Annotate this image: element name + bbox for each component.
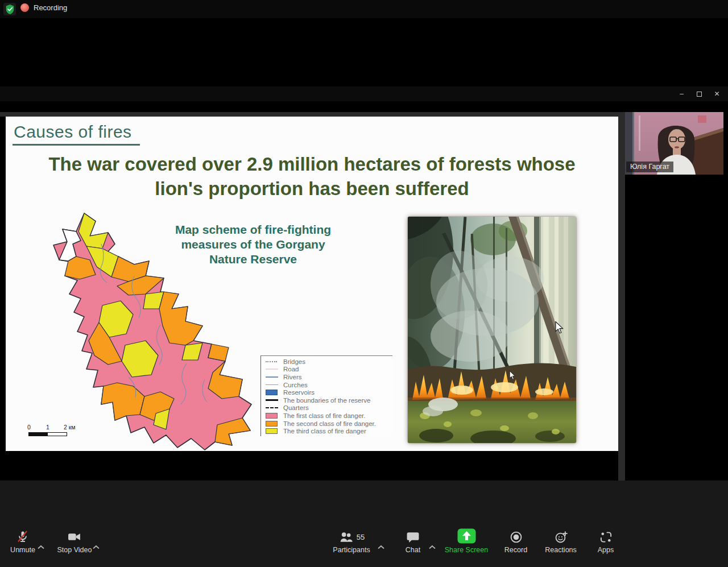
- boundaries-symbol-icon: [266, 399, 278, 401]
- fire-class-3-symbol-icon: [266, 428, 278, 434]
- participant-name: Юлія Гаргат: [626, 162, 673, 172]
- os-top-bar: Recording: [0, 0, 728, 18]
- window-controls: – ✕: [673, 86, 726, 101]
- scale-label-2: 2 км: [64, 424, 76, 431]
- forest-fire-photo: [408, 217, 576, 443]
- reactions-label: Reactions: [545, 546, 577, 554]
- legend-row-quarters: Quarters: [266, 404, 392, 412]
- fire-class-1-symbol-icon: [266, 413, 278, 419]
- legend-row-fire-class-1: The first class of fire danger.: [266, 412, 392, 420]
- chat-button[interactable]: Chat: [396, 529, 430, 554]
- record-label: Record: [504, 546, 527, 554]
- road-symbol-icon: [266, 369, 278, 370]
- window-titlebar: [0, 86, 728, 101]
- participants-count: 55: [357, 533, 365, 541]
- participants-button[interactable]: 55 Participants: [325, 529, 378, 554]
- apps-icon: [599, 529, 613, 544]
- legend-row-boundaries: The boundaries of the reserve: [266, 396, 392, 404]
- close-button[interactable]: ✕: [708, 86, 726, 101]
- fire-class-2-symbol-icon: [266, 421, 278, 427]
- recording-label: Recording: [34, 3, 67, 12]
- reservoirs-symbol-icon: [266, 390, 278, 395]
- chat-label: Chat: [406, 546, 420, 554]
- meeting-toolbar: Unmute Stop Video 55 Participants: [0, 529, 728, 567]
- unmute-label: Unmute: [10, 546, 35, 554]
- participants-label: Participants: [333, 546, 370, 554]
- share-area-top-strip: [0, 112, 625, 117]
- recording-indicator: Recording: [20, 3, 67, 12]
- stop-video-label: Stop Video: [57, 546, 92, 554]
- recording-dot-icon: [20, 3, 29, 12]
- slide-heading: The war covered over 2.9 million hectare…: [6, 152, 618, 201]
- slide-heading-line1: The war covered over 2.9 million hectare…: [6, 152, 618, 176]
- bridges-symbol-icon: [266, 361, 277, 362]
- scale-track: [28, 432, 67, 436]
- participants-icon: [338, 530, 354, 544]
- restore-icon: [697, 92, 702, 97]
- chat-icon: [406, 529, 420, 544]
- stop-video-button[interactable]: Stop Video: [55, 529, 94, 554]
- mouse-cursor-small-icon: [509, 371, 516, 380]
- map-scale-bar: 0 1 2 км: [23, 424, 85, 436]
- restore-button[interactable]: [690, 86, 708, 101]
- minimize-button[interactable]: –: [673, 86, 690, 101]
- share-screen-button[interactable]: Share Screen: [441, 529, 492, 554]
- rivers-symbol-icon: [266, 376, 278, 378]
- share-area-side-strip: [618, 112, 625, 481]
- security-shield-icon: [3, 3, 16, 15]
- microphone-muted-icon: [16, 529, 30, 544]
- apps-button[interactable]: Apps: [590, 529, 621, 554]
- share-screen-label: Share Screen: [445, 546, 488, 554]
- legend-row-fire-class-3: The third class of fire danger: [266, 427, 392, 435]
- slide-title: Causes of fires: [13, 122, 140, 146]
- scale-label-1: 1: [46, 424, 49, 431]
- map-legend: Bridges Road Rivers Curches Reservoirs T…: [260, 355, 392, 436]
- presentation-slide: Causes of fires The war covered over 2.9…: [6, 117, 618, 451]
- participants-options-chevron[interactable]: [378, 545, 384, 549]
- close-icon: ✕: [714, 90, 719, 98]
- curches-symbol-icon: [266, 384, 278, 385]
- chat-options-chevron[interactable]: [429, 545, 436, 549]
- apps-label: Apps: [598, 546, 614, 554]
- legend-row-bridges: Bridges: [266, 358, 392, 366]
- reactions-icon: [555, 529, 568, 544]
- unmute-button[interactable]: Unmute: [5, 529, 41, 554]
- unmute-options-chevron[interactable]: [38, 545, 44, 549]
- record-button[interactable]: Record: [497, 529, 535, 554]
- legend-row-road: Road: [266, 366, 392, 374]
- record-icon: [510, 529, 523, 544]
- legend-row-rivers: Rivers: [266, 373, 392, 381]
- reactions-button[interactable]: Reactions: [539, 529, 582, 554]
- mouse-cursor-icon: [555, 321, 564, 334]
- minimize-icon: –: [680, 90, 684, 98]
- video-options-chevron[interactable]: [93, 545, 100, 549]
- legend-row-fire-class-2: The second class of fire danger.: [266, 420, 392, 428]
- legend-row-reservoirs: Reservoirs: [266, 388, 392, 396]
- share-screen-icon: [457, 529, 476, 544]
- quarters-symbol-icon: [266, 407, 278, 408]
- camera-icon: [68, 529, 81, 544]
- scale-label-0: 0: [27, 424, 31, 431]
- slide-heading-line2: lion's proportion has been suffered: [6, 176, 618, 201]
- fire-danger-map: [17, 209, 262, 451]
- legend-row-curches: Curches: [266, 381, 392, 389]
- participant-video[interactable]: Юлія Гаргат: [625, 112, 723, 175]
